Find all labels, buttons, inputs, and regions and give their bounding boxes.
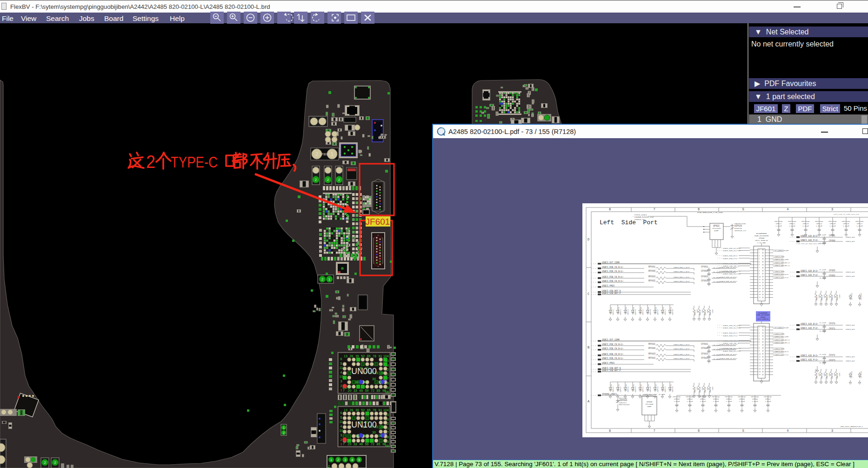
- svg-text:RF671: RF671: [699, 388, 701, 393]
- svg-text:CF670: CF670: [829, 322, 835, 325]
- svg-text:USBC3_A2D_B<2>: USBC3_A2D_B<2>: [775, 274, 788, 275]
- svg-text:12: 12: [759, 359, 761, 361]
- svg-text:DZF646: DZF646: [657, 387, 659, 392]
- svg-text:08: 08: [385, 390, 389, 394]
- svg-text:DZF641: DZF641: [620, 309, 621, 315]
- svg-text:PA3R_INTCONN3R: PA3R_INTCONN3R: [757, 314, 769, 316]
- svg-text:USBC3_SIB_BOT_P: USBC3_SIB_BOT_P: [602, 369, 621, 372]
- svg-text:CRITICAL: CRITICAL: [788, 221, 797, 222]
- svg-text:CF682: CF682: [701, 357, 708, 360]
- svg-text:104: 104: [383, 408, 389, 412]
- svg-text:3: 3: [344, 458, 347, 462]
- svg-text:CRITICAL: CRITICAL: [851, 371, 853, 378]
- svg-text:220R: 220R: [828, 294, 830, 298]
- svg-text:USBC3_RIB_CN_N<1>: USBC3_RIB_CN_N<1>: [720, 358, 737, 360]
- svg-text:4: 4: [787, 429, 788, 433]
- svg-text:USBC3_COB_BOT_N: USBC3_COB_BOT_N: [775, 342, 789, 344]
- svg-text:USBC3_RIB_CN_N<1>: USBC3_RIB_CN_N<1>: [720, 344, 737, 346]
- svg-text:USBC3_RIB_B<1>: USBC3_RIB_B<1>: [723, 332, 738, 334]
- svg-text:DZF642: DZF642: [627, 387, 629, 392]
- svg-text:C: C: [588, 292, 589, 296]
- svg-text:2: 2: [328, 464, 330, 468]
- svg-text:PP3V3_USBC3: PP3V3_USBC3: [634, 214, 647, 216]
- svg-text:8: 8: [609, 207, 611, 211]
- svg-text:RF662: RF662: [704, 311, 706, 315]
- svg-text:1: 1: [328, 277, 331, 281]
- svg-text:6: 6: [759, 341, 760, 343]
- svg-text:USBC3_RIB_C_N<1>: USBC3_RIB_C_N<1>: [674, 271, 690, 273]
- svg-text:10: 10: [759, 276, 761, 278]
- svg-text:USBC3_RIB_P<1>: USBC3_RIB_P<1>: [723, 335, 738, 337]
- svg-text:220R: 220R: [839, 373, 841, 376]
- svg-text:DZF648: DZF648: [672, 387, 674, 392]
- svg-text:3: 3: [759, 332, 760, 334]
- svg-text:5: 5: [742, 207, 744, 211]
- svg-text:16: 16: [759, 294, 761, 295]
- svg-text:USBC3_RIB_CN_N<1>: USBC3_RIB_CN_N<1>: [602, 270, 623, 273]
- svg-text:2: 2: [341, 438, 342, 441]
- svg-text:11: 11: [759, 356, 761, 358]
- svg-text:CF683: CF683: [701, 353, 708, 355]
- svg-text:9: 9: [759, 350, 760, 352]
- svg-text:USBC3_A2D: USBC3_A2D: [846, 236, 855, 238]
- svg-text:USBC3_RIB_CN_N<1>: USBC3_RIB_CN_N<1>: [720, 271, 737, 273]
- svg-text:RF660: RF660: [648, 270, 655, 273]
- svg-text:13: 13: [344, 408, 347, 412]
- svg-text:USBC3_RIB_CN_P<2>: USBC3_RIB_CN_P<2>: [723, 350, 741, 352]
- svg-text:RF670: RF670: [694, 388, 696, 393]
- svg-text:13: 13: [759, 285, 761, 287]
- svg-text:0.22UF: 0.22UF: [820, 354, 826, 355]
- svg-text:0.22UF: 0.22UF: [714, 348, 721, 350]
- svg-text:CF661: CF661: [701, 266, 708, 268]
- svg-text:TYPE-C: TYPE-C: [171, 153, 218, 171]
- svg-text:52: 52: [361, 354, 365, 358]
- svg-text:220R: 220R: [834, 294, 835, 298]
- svg-text:85: 85: [377, 389, 381, 392]
- svg-text:CF681: CF681: [701, 343, 708, 346]
- svg-text:USBC3_A2D_P<2>: USBC3_A2D_P<2>: [801, 274, 818, 276]
- svg-text:RF670: RF670: [816, 374, 818, 379]
- svg-text:USBC3_COB_BOT_M: USBC3_COB_BOT_M: [775, 262, 789, 264]
- svg-text:99: 99: [383, 379, 387, 382]
- svg-text:1: 1: [283, 426, 285, 429]
- svg-text:TPS22975: TPS22975: [712, 227, 721, 229]
- svg-text:220R: 220R: [696, 387, 698, 390]
- svg-text:CF662: CF662: [701, 280, 708, 282]
- svg-text:2: 2: [146, 152, 155, 172]
- svg-text:PA3R_INTCONN3R: PA3R_INTCONN3R: [754, 235, 769, 237]
- svg-text:USBC3_OVT_COMM: USBC3_OVT_COMM: [602, 261, 620, 264]
- svg-text:DZF644: DZF644: [642, 387, 644, 392]
- svg-text:USBC3_RIB_CN_N<1>: USBC3_RIB_CN_N<1>: [723, 247, 741, 249]
- svg-text:2: 2: [337, 458, 340, 462]
- svg-text:65: 65: [367, 354, 371, 358]
- svg-text:USBC3_PM02: USBC3_PM02: [775, 333, 785, 335]
- svg-text:IPHONE_USBC1: IPHONE_USBC1: [602, 393, 617, 395]
- svg-text:3: 3: [831, 429, 833, 433]
- svg-text:220R: 220R: [839, 294, 841, 298]
- svg-text:0.10UF: 0.10UF: [714, 277, 721, 279]
- svg-text:USBC3_CO1_COMM: USBC3_CO1_COMM: [775, 336, 788, 338]
- svg-text:8: 8: [759, 270, 760, 272]
- svg-text:220R: 220R: [701, 309, 703, 313]
- svg-text:USBC3_A2D_B<2>: USBC3_A2D_B<2>: [801, 354, 818, 357]
- svg-text:1: 1: [759, 249, 760, 251]
- svg-text:USBC3_COB_BOT_M: USBC3_COB_BOT_M: [775, 339, 789, 341]
- svg-text:2: 2: [315, 151, 318, 157]
- svg-text:RF661: RF661: [699, 311, 701, 315]
- svg-text:26: 26: [380, 425, 384, 428]
- svg-text:47: 47: [364, 381, 367, 384]
- svg-text:17: 17: [759, 374, 761, 375]
- svg-text:CF672: CF672: [829, 354, 835, 356]
- svg-text:CF680: CF680: [701, 347, 708, 350]
- svg-text:CF663: CF663: [701, 275, 708, 278]
- svg-text:UN100: UN100: [351, 420, 377, 429]
- svg-text:USBC3_PM01: USBC3_PM01: [775, 271, 785, 273]
- svg-text:RF671: RF671: [821, 374, 823, 379]
- svg-text:EOM_COST_GROUP=S2B-C: EOM_COST_GROUP=S2B-C: [841, 426, 863, 428]
- svg-text:7: 7: [759, 267, 760, 268]
- svg-text:USBC3_RIB_P<1>: USBC3_RIB_P<1>: [723, 258, 738, 260]
- svg-text:DZF645: DZF645: [649, 387, 651, 392]
- svg-text:2HY7L-5I3B-01: 2HY7L-5I3B-01: [755, 240, 768, 241]
- svg-text:7: 7: [653, 207, 655, 211]
- svg-text:TP_USBC3_PPIFF: TP_USBC3_PPIFF: [775, 327, 788, 329]
